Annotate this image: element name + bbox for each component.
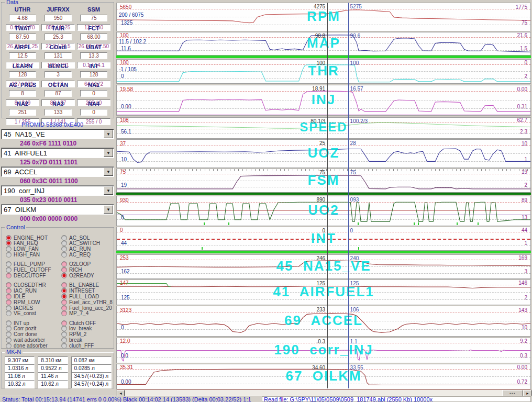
axis-right-min-label: 2 [524,74,527,79]
chart-panel-fsm[interactable]: 75191927575FSM [116,169,531,193]
axis-mid-label: 11.5 / 102.2 [119,39,146,44]
control-flag-label: Corr done [14,331,37,337]
led-indicator-icon [61,235,67,241]
parameter-name: JUFRXX [40,7,76,13]
axis-max-label: 0 [120,228,123,233]
data-parameter-grid: UTHR4.680.62 / 4.70JUFRXX950850 / 1125SS… [5,7,112,117]
channel-combobox-value: 45 NA15_VE [4,130,45,138]
axis-right-min-label: 1 [524,157,527,162]
chart-panel-map[interactable]: 10011.5 / 102.211.621.61.598.899.6MAP [116,32,531,55]
led-indicator-icon [6,261,12,267]
channel-combobox[interactable]: 190 corr_INJ▼ [1,185,114,196]
chart-panel-na15_ve[interactable]: 253162169324624045 NA15_VE [116,254,531,279]
mkn-cell: 1.0316 л [5,364,35,373]
parameter-cell-na2: NA22511 / 255 [5,101,40,120]
selector-row-3: 69 ACCEL▼060 0x3C 0011 1100 [1,166,114,185]
parameter-value: 75 [80,15,107,21]
led-indicator-icon [61,305,67,311]
control-flag-intreset: INTRESET [61,288,113,293]
control-flag-label: O2LOOP [69,261,91,267]
cursor2-value: 100 [350,61,359,66]
control-flag-label: O2READY [69,273,94,278]
channel-combobox[interactable]: 67 OILKM▼ [1,204,114,215]
parameter-name: FCT [76,26,112,31]
separator-bar [116,55,531,58]
mkn-groupbox: MK-N 9.307 км8.310 км0.082 км1.0316 л0.9… [1,352,114,388]
axis-min-label: 0.00 [121,104,131,109]
axis-max-label: 930 [120,198,129,203]
axis-right-max-label: 19 [522,170,527,175]
parameter-cell-uthr: UTHR4.680.62 / 4.70 [5,7,40,26]
control-flag-group: Clutch OFFlov_breakRPM_2breakcluch_FFF [61,320,113,349]
axis-right-max-label: 143 [518,308,527,313]
cursor2-value: 28 [350,141,356,146]
channel-code-label: 246 0xF6 1111 0110 [20,140,114,147]
control-flag-label: RPM_2 [69,331,86,337]
cursor-line-2[interactable] [348,3,349,388]
channel-combobox[interactable]: 41 AIRFUEL1▼ [1,148,114,158]
led-indicator-icon [6,273,12,278]
status-file-field: Read file: G:\SPY\11\05\0509\0509_181749… [262,396,531,402]
led-indicator-icon [61,331,67,337]
panel-title: FSM [308,172,340,188]
cursor2-value: 16.57 [350,86,363,92]
chevron-down-icon[interactable]: ▼ [104,205,113,214]
control-flag-ve-const: VE_const [6,311,51,316]
chart-area[interactable]: 5650200 / 6075132517757542755275RPM10011… [116,0,531,389]
chart-panel-oilkm[interactable]: 35.310.000.000.7234.6033.5567 OILKM [116,364,531,389]
led-indicator-icon [6,240,12,246]
mkn-cell: 8.310 км [38,356,68,365]
parameter-name: COadi [40,44,76,50]
chevron-down-icon[interactable]: ▼ [104,149,113,157]
control-flag-group: ENGINE_HOTFAN_REQLOW_FANHIGH_FAN [6,235,51,258]
chevron-down-icon[interactable]: ▼ [104,186,113,195]
parameter-cell-ssm: SSM7512 / 150 [76,7,112,26]
chevron-down-icon[interactable]: ▼ [104,168,113,176]
control-flag-ac-switch: AC_SWITCH [61,241,113,246]
led-indicator-icon [61,282,67,288]
parameter-cell-twat: TWAT87.5026.75 / 91.25 [5,26,40,44]
control-flag-corr-done: Corr done [6,332,51,337]
chart-panel-rpm[interactable]: 5650200 / 6075132517757542755275RPM [116,3,531,31]
chart-panel-corr_inj[interactable]: 12.00.09.20.3-0.31.1190 corr_INJ [116,338,531,363]
panel-title: UO2 [308,202,339,218]
axis-max-label: 19.58 [120,87,133,92]
cursor-line-1[interactable] [327,3,328,388]
control-flag-ac-sol: AC_SOL [61,235,113,240]
panel-title: 69 ACCEL [284,312,363,328]
axis-min-label: 0.0 [121,353,128,359]
chart-panel-uo2[interactable]: 93008913890093UO2 [116,196,531,226]
chart-panel-inj[interactable]: 19.580.000.000.3118.9116.57INJ [116,85,531,116]
status-text: Status: Total 00:15:13.94 (14741 errs 0 … [2,396,251,402]
led-indicator-icon [6,343,12,349]
parameter-name: AIRFL [5,44,40,50]
axis-min-label: 125 [121,295,130,300]
panel-title: THR [308,63,339,79]
channel-combobox[interactable]: 69 ACCEL▼ [1,166,114,177]
chart-panel-thr[interactable]: 100-1 / 105002100100THR [116,59,531,84]
control-flag-o2loop: O2LOOP [61,262,113,267]
axis-min-label: 19 [121,183,127,188]
control-flag-int-up: INT up [6,320,51,326]
channel-combobox[interactable]: 45 NA15_VE▼ [1,129,114,139]
parameter-value: 131 [45,52,72,59]
axis-right-max-label: 89 [522,198,527,203]
parameter-value: 87 [45,90,72,97]
led-indicator-icon [6,299,12,305]
chart-panel-accel[interactable]: 312301431023310669 ACCEL [116,306,531,337]
control-flag-label: RPM_LOW [14,299,40,305]
control-flag-label: IDLE [14,294,25,299]
control-flag-label: Fuel_long_acc_20 [69,305,112,311]
chevron-down-icon[interactable]: ▼ [104,130,113,138]
axis-right-min-label: 1.5 [520,46,527,51]
event-tick [358,222,359,225]
chart-panel-int[interactable]: 04444100INT [116,227,531,251]
control-flag-mp-7-4: MP_7_4 [61,311,113,316]
parameter-cell-na3: NA31331 / 141 [40,101,76,120]
control-flag-corr-pozit: Corr pozit [6,326,51,331]
chart-panel-airfuel1[interactable]: 147125146212512541 AIRFUEL1 [116,280,531,305]
chart-panel-uoz[interactable]: 37101012528UOZ [116,139,531,168]
chart-panel-speed[interactable]: 10856.162.72.380.1/3100.2/3SPEED [116,117,531,139]
cursor2-value: 093 [350,197,359,203]
control-flag-fuel-pump: FUEL_PUMP [6,262,51,267]
